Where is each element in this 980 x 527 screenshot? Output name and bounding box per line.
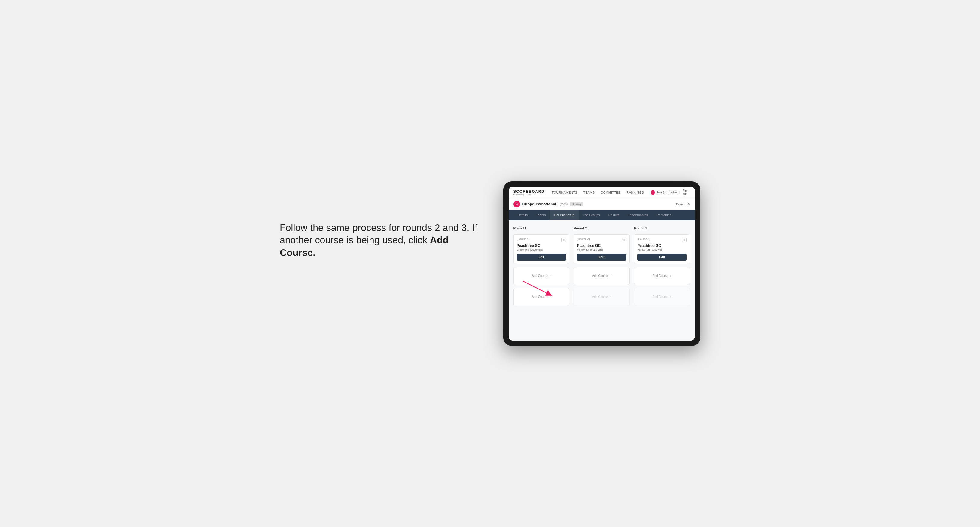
- round-1-course-card: (Course A) ○ Peachtree GC Yellow (M) (66…: [514, 234, 570, 264]
- tab-leaderboards[interactable]: Leaderboards: [624, 210, 652, 221]
- logo-sub-text: Powered by clippd: [514, 194, 545, 195]
- round-1-label: Round 1: [514, 226, 570, 230]
- round-2-course-card: (Course A) ○ Peachtree GC Yellow (M) (66…: [574, 234, 630, 264]
- tablet-screen: SCOREBOARD Powered by clippd TOURNAMENTS…: [509, 187, 695, 341]
- user-email: blair@clippd.io: [657, 190, 677, 194]
- nav-tournaments[interactable]: TOURNAMENTS: [552, 189, 578, 195]
- round-2-add-course-plus-2: +: [609, 295, 611, 299]
- round-2-add-course-label-2: Add Course: [592, 295, 608, 298]
- tablet-frame: SCOREBOARD Powered by clippd TOURNAMENTS…: [503, 181, 700, 346]
- scoreboard-logo: SCOREBOARD Powered by clippd: [514, 189, 545, 195]
- nav-separator: |: [679, 190, 680, 194]
- round-2-delete-button[interactable]: ○: [622, 238, 627, 242]
- tab-teams[interactable]: Teams: [532, 210, 550, 221]
- round-3-add-course-label-1: Add Course: [652, 274, 668, 278]
- round-1-add-course-2[interactable]: Add Course +: [514, 288, 570, 306]
- round-3-course-header: (Course A) ○: [637, 238, 687, 242]
- hosting-badge: Hosting: [570, 202, 583, 206]
- top-nav: SCOREBOARD Powered by clippd TOURNAMENTS…: [509, 187, 695, 198]
- round-3-add-course-2: Add Course +: [634, 288, 690, 306]
- tab-details[interactable]: Details: [514, 210, 532, 221]
- page-container: Follow the same process for rounds 2 and…: [280, 181, 700, 346]
- round-3-column: Round 3 (Course A) ○ Peachtree GC Yellow…: [634, 226, 690, 306]
- nav-teams[interactable]: TEAMS: [583, 189, 595, 195]
- logo-main-text: SCOREBOARD: [514, 189, 545, 194]
- nav-right: blair@clippd.io | Sign out: [651, 189, 690, 196]
- round-2-label: Round 2: [574, 226, 630, 230]
- clippd-icon: C: [514, 201, 520, 208]
- round-1-add-course-1[interactable]: Add Course +: [514, 267, 570, 285]
- round-2-add-course-plus-1: +: [609, 274, 611, 278]
- round-1-add-course-plus-1: +: [549, 274, 551, 278]
- round-2-course-label: (Course A): [577, 238, 590, 241]
- round-1-add-course-label-1: Add Course: [532, 274, 548, 278]
- main-content: Round 1 (Course A) ○ Peachtree GC Yellow…: [509, 221, 695, 341]
- instruction-bold: Add Course.: [280, 235, 449, 258]
- round-3-add-course-plus-1: +: [669, 274, 671, 278]
- cancel-label: Cancel: [676, 202, 686, 206]
- round-2-course-name: Peachtree GC: [577, 243, 627, 248]
- round-1-delete-button[interactable]: ○: [561, 238, 566, 242]
- tab-printables[interactable]: Printables: [652, 210, 675, 221]
- tournament-name: Clippd Invitational: [522, 202, 557, 206]
- round-1-add-course-label-2: Add Course: [532, 295, 548, 298]
- round-3-course-label: (Course A): [637, 238, 650, 241]
- round-3-edit-button[interactable]: Edit: [637, 254, 687, 260]
- tab-tee-groups[interactable]: Tee Groups: [579, 210, 604, 221]
- nav-links: TOURNAMENTS TEAMS COMMITTEE RANKINGS: [552, 189, 644, 195]
- round-3-add-course-plus-2: +: [669, 295, 671, 299]
- round-1-add-course-plus-2: +: [549, 295, 551, 299]
- round-1-course-header: (Course A) ○: [517, 238, 566, 242]
- round-3-course-details: Yellow (M) (6629 yds): [637, 248, 687, 251]
- cancel-button[interactable]: Cancel ✕: [676, 202, 690, 206]
- tab-results[interactable]: Results: [604, 210, 624, 221]
- round-3-delete-button[interactable]: ○: [682, 238, 687, 242]
- round-3-course-name: Peachtree GC: [637, 243, 687, 248]
- instruction-section: Follow the same process for rounds 2 and…: [280, 222, 485, 306]
- user-avatar: [651, 190, 655, 195]
- round-2-course-header: (Course A) ○: [577, 238, 627, 242]
- round-3-add-course-label-2: Add Course: [652, 295, 668, 298]
- nav-rankings[interactable]: RANKINGS: [627, 189, 644, 195]
- sub-header: C Clippd Invitational (Men) Hosting Canc…: [509, 198, 695, 210]
- round-1-column: Round 1 (Course A) ○ Peachtree GC Yellow…: [514, 226, 570, 306]
- round-3-label: Round 3: [634, 226, 690, 230]
- round-3-course-card: (Course A) ○ Peachtree GC Yellow (M) (66…: [634, 234, 690, 264]
- round-1-course-name: Peachtree GC: [517, 243, 566, 248]
- tab-bar: Details Teams Course Setup Tee Groups Re…: [509, 210, 695, 221]
- round-2-add-course-1[interactable]: Add Course +: [574, 267, 630, 285]
- round-1-course-label: (Course A): [517, 238, 530, 241]
- rounds-grid: Round 1 (Course A) ○ Peachtree GC Yellow…: [514, 226, 690, 306]
- round-2-column: Round 2 (Course A) ○ Peachtree GC Yellow…: [574, 226, 630, 306]
- instruction-text: Follow the same process for rounds 2 and…: [280, 222, 485, 306]
- round-2-add-course-label-1: Add Course: [592, 274, 608, 278]
- round-1-course-details: Yellow (M) (6629 yds): [517, 248, 566, 251]
- tab-course-setup[interactable]: Course Setup: [550, 210, 579, 221]
- round-2-course-details: Yellow (M) (6629 yds): [577, 248, 627, 251]
- round-1-edit-button[interactable]: Edit: [517, 254, 566, 260]
- sub-header-left: C Clippd Invitational (Men) Hosting: [514, 201, 583, 208]
- tournament-format: (Men): [560, 202, 568, 206]
- round-2-edit-button[interactable]: Edit: [577, 254, 627, 260]
- cancel-icon: ✕: [687, 202, 690, 206]
- sign-out-link[interactable]: Sign out: [682, 189, 690, 196]
- nav-committee[interactable]: COMMITTEE: [601, 189, 620, 195]
- round-2-add-course-2: Add Course +: [574, 288, 630, 306]
- round-3-add-course-1[interactable]: Add Course +: [634, 267, 690, 285]
